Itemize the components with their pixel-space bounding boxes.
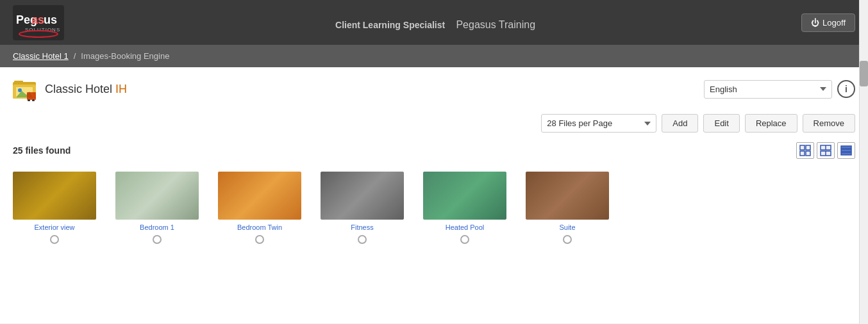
language-area: English French German Spanish i [704,80,855,99]
image-radio[interactable] [460,235,469,244]
files-found-row: 25 files found [13,142,855,159]
svg-rect-7 [14,81,23,85]
hotel-title-area: Classic Hotel IH [13,77,127,101]
scrollbar[interactable] [859,0,868,323]
image-item: Exterior view [13,172,96,244]
logoff-button[interactable]: ⏻ Logoff [801,13,855,32]
svg-rect-15 [806,145,810,150]
files-found-text: 25 files found [13,145,71,156]
image-label[interactable]: Heated Pool [446,223,485,231]
remove-button[interactable]: Remove [803,114,855,133]
view-grid-small-button[interactable] [796,142,814,159]
language-select[interactable]: English French German Spanish [704,80,832,99]
hotel-icon [13,77,38,101]
svg-rect-17 [806,151,810,156]
svg-rect-11 [27,92,36,100]
image-thumbnail[interactable] [13,172,96,220]
main-content: Classic Hotel IH English French German S… [0,67,868,323]
hotel-name: Classic Hotel IH [45,83,127,96]
svg-rect-22 [841,146,851,149]
view-grid-medium-button[interactable] [817,142,835,159]
image-thumbnail[interactable] [423,172,506,220]
breadcrumb: Classic Hotel 1 / Images-Booking Engine [0,45,868,67]
image-item: Bedroom 1 [115,172,199,244]
image-grid: Exterior viewBedroom 1Bedroom TwinFitnes… [13,172,855,244]
image-radio[interactable] [255,235,264,244]
hotel-name-prefix: Classic Hotel [45,83,115,95]
image-label[interactable]: Exterior view [35,223,75,231]
image-thumbnail[interactable] [218,172,301,220]
scrollbar-thumb[interactable] [860,61,868,86]
header: Peg as us SOLUTIONS Client Learning Spec… [0,0,868,45]
logo-svg: Peg as us SOLUTIONS [13,6,63,39]
replace-button[interactable]: Replace [745,114,797,133]
image-label[interactable]: Fitness [351,223,373,231]
image-label[interactable]: Bedroom Twin [237,223,282,231]
list-icon [840,145,852,156]
top-row: Classic Hotel IH English French German S… [13,77,855,101]
logo-area: Peg as us SOLUTIONS [13,5,64,40]
image-thumbnail[interactable] [115,172,199,220]
image-radio[interactable] [358,235,367,244]
image-radio[interactable] [563,235,572,244]
view-toggle [796,142,855,159]
add-button[interactable]: Add [662,114,698,133]
grid-small-icon [799,145,811,156]
svg-text:us: us [44,13,57,26]
image-radio[interactable] [153,235,162,244]
title-text: Client Learning Specialist [335,20,445,30]
image-label[interactable]: Bedroom 1 [140,223,174,231]
page-title: Client Learning Specialist Pegasus Train… [64,13,801,33]
edit-button[interactable]: Edit [703,114,739,133]
image-label[interactable]: Suite [559,223,575,231]
svg-rect-14 [800,145,805,150]
svg-rect-23 [841,149,851,152]
image-item: Heated Pool [423,172,506,244]
image-radio[interactable] [50,235,59,244]
image-item: Fitness [321,172,404,244]
grid-medium-icon [820,145,831,156]
subtitle-text: Pegasus Training [456,19,535,30]
power-icon: ⏻ [811,18,819,28]
image-item: Bedroom Twin [218,172,301,244]
info-button[interactable]: i [837,80,855,98]
hotel-name-suffix: IH [115,83,127,95]
breadcrumb-parent[interactable]: Classic Hotel 1 [13,51,69,61]
header-title-area: Client Learning Specialist Pegasus Train… [64,13,801,33]
view-list-button[interactable] [837,142,855,159]
image-thumbnail[interactable] [321,172,404,220]
files-per-page-row: 28 Files per Page 14 Files per Page 56 F… [13,114,855,133]
logoff-label: Logoff [822,18,846,28]
breadcrumb-separator: / [74,51,76,61]
image-thumbnail[interactable] [526,172,609,220]
image-item: Suite [526,172,609,244]
svg-rect-16 [800,151,805,156]
svg-rect-24 [841,152,851,155]
breadcrumb-current: Images-Booking Engine [81,51,169,61]
files-per-page-select[interactable]: 28 Files per Page 14 Files per Page 56 F… [541,114,656,133]
logo: Peg as us SOLUTIONS [13,5,64,40]
svg-text:as: as [31,13,44,26]
